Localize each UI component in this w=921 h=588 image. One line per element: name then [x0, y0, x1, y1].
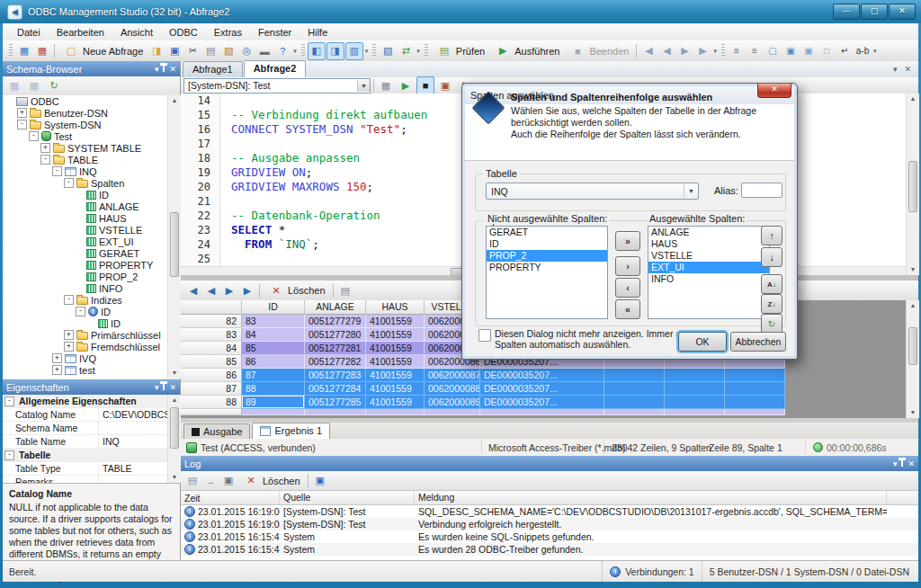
- grid-cell[interactable]: [665, 396, 725, 409]
- grid-cell[interactable]: 83: [242, 315, 305, 328]
- nav-last-icon[interactable]: ▶: [693, 42, 711, 60]
- add-system-dsn-icon[interactable]: ▦: [25, 77, 43, 95]
- log-prev-icon[interactable]: ▤: [183, 472, 201, 490]
- grid-cell[interactable]: [725, 369, 785, 382]
- window-arrow-icon[interactable]: ▧: [379, 42, 397, 60]
- snippet-icon[interactable]: ▢: [764, 42, 782, 60]
- output-tab[interactable]: Ausgabe: [183, 423, 250, 439]
- new-query-button[interactable]: ▢ Neue Abfrage: [58, 43, 148, 59]
- comment-remove-icon[interactable]: ▣: [800, 42, 818, 60]
- close-panel-icon[interactable]: ✕: [169, 65, 176, 74]
- dont-show-again-checkbox[interactable]: [478, 329, 491, 342]
- expand-icon[interactable]: +: [17, 108, 27, 118]
- list-item[interactable]: ANLAGE: [648, 227, 769, 238]
- tree-item-spalten[interactable]: -Spalten: [3, 177, 167, 189]
- open-file-icon[interactable]: ◨: [148, 42, 165, 60]
- alias-input[interactable]: [741, 183, 782, 198]
- list-item[interactable]: PROPERTY: [487, 262, 607, 273]
- log-delete-button[interactable]: ✕ Löschen: [237, 473, 305, 489]
- ab-icon[interactable]: a-b: [854, 42, 872, 60]
- expand-icon[interactable]: +: [40, 143, 50, 153]
- close-panel-icon[interactable]: ✕: [169, 383, 176, 392]
- row-number[interactable]: 88: [181, 396, 242, 409]
- log-export-icon[interactable]: →: [201, 472, 219, 490]
- log-row[interactable]: 23.01.2015 16:15:43SystemEs wurden 28 OD…: [181, 543, 918, 556]
- tree-item-vstelle[interactable]: VSTELLE: [3, 224, 167, 236]
- collapse-icon[interactable]: -: [29, 131, 39, 141]
- grid-first-icon[interactable]: ◀: [184, 281, 202, 299]
- grid-cell[interactable]: 41001559: [366, 328, 425, 342]
- copy-icon[interactable]: ▤: [201, 42, 219, 60]
- move-right-button[interactable]: ›: [615, 256, 640, 276]
- refresh-icon[interactable]: ↻: [45, 77, 63, 95]
- log-column-header[interactable]: Zeit: [181, 491, 280, 504]
- grid-cell[interactable]: [725, 396, 785, 409]
- tree-item-benutzer-dsn[interactable]: +Benutzer-DSN: [3, 107, 167, 119]
- menu-item[interactable]: Ansicht: [113, 25, 160, 40]
- grid-cell[interactable]: 41001559: [366, 382, 425, 396]
- refresh-columns-button[interactable]: ↻: [761, 314, 782, 334]
- list-item[interactable]: INFO: [648, 273, 769, 285]
- row-number[interactable]: 82: [181, 315, 242, 328]
- selected-columns-list[interactable]: ANLAGEHAUSVSTELLEEXT_UIINFO: [648, 226, 770, 319]
- close-button[interactable]: ✕: [889, 4, 916, 20]
- grid-cell[interactable]: 0062000089: [425, 396, 480, 409]
- chevron-down-icon[interactable]: ▾: [893, 459, 898, 468]
- move-down-button[interactable]: ↓: [761, 247, 782, 267]
- menu-item[interactable]: Datei: [10, 25, 48, 40]
- expand-icon[interactable]: +: [52, 353, 62, 363]
- pane-bottom-icon[interactable]: ◨: [326, 42, 344, 60]
- tree-item-test[interactable]: -Test: [3, 130, 167, 142]
- tree-scrollbar[interactable]: ▲ ▼: [167, 95, 181, 379]
- save-log-icon[interactable]: ▣: [311, 472, 329, 490]
- move-all-right-button[interactable]: »: [615, 231, 640, 251]
- dialog-close-button[interactable]: ✕: [757, 84, 791, 98]
- sort-ascending-button[interactable]: A↓: [761, 274, 782, 294]
- nav-first-icon[interactable]: ◀: [639, 42, 657, 60]
- chevron-down-icon[interactable]: ▾: [155, 383, 159, 392]
- tree-item-anlage[interactable]: ANLAGE: [3, 200, 167, 212]
- table-row[interactable]: 87880051277284410015590062000088DE000003…: [181, 382, 906, 396]
- grid-cell[interactable]: 41001559: [366, 355, 425, 369]
- grid-vscrollbar[interactable]: ▲ ▼: [906, 300, 919, 418]
- console-close-icon[interactable]: ▣: [436, 76, 454, 94]
- db-connect-icon[interactable]: ▦: [15, 42, 33, 60]
- close-panel-icon[interactable]: ✕: [908, 459, 915, 468]
- log-row[interactable]: 23.01.2015 16:19:00[System-DSN]: TestSQL…: [181, 505, 918, 518]
- list-item[interactable]: PROP_2: [487, 250, 607, 262]
- editor-tab[interactable]: Abfrage2: [244, 60, 307, 77]
- execute-button[interactable]: ▶ Ausführen: [489, 43, 564, 59]
- table-row[interactable]: 86870051277283410015590062000087DE000003…: [181, 369, 906, 382]
- list-item[interactable]: HAUS: [648, 238, 769, 250]
- save-icon[interactable]: ▣: [165, 42, 183, 60]
- grid-column-header[interactable]: ID: [242, 300, 305, 315]
- move-up-button[interactable]: ↑: [761, 226, 782, 245]
- tree-item-indizes[interactable]: -Indizes: [3, 294, 167, 306]
- grid-cell[interactable]: [604, 369, 665, 382]
- row-number[interactable]: 84: [181, 342, 242, 355]
- grid-cell[interactable]: 41001559: [366, 369, 425, 382]
- console-view-icon[interactable]: ■: [416, 76, 434, 94]
- add-user-dsn-icon[interactable]: ▦: [5, 77, 23, 95]
- grid-cell[interactable]: DE0000035207...: [480, 382, 604, 396]
- grid-cell[interactable]: [604, 396, 665, 409]
- minimize-button[interactable]: —: [833, 4, 860, 20]
- pin-icon[interactable]: [163, 66, 165, 72]
- ok-button[interactable]: OK: [678, 332, 727, 352]
- grid-cell[interactable]: 0062000087: [425, 369, 480, 382]
- nav-next-icon[interactable]: ▶: [675, 42, 693, 60]
- tree-item-ivq[interactable]: +IVQ: [3, 352, 167, 364]
- grid-cell[interactable]: 87: [242, 369, 305, 382]
- db-disconnect-icon[interactable]: ▦: [33, 42, 51, 60]
- grid-cell[interactable]: 0051277279: [305, 315, 366, 328]
- log-options-icon[interactable]: ▣: [219, 472, 237, 490]
- grid-cell[interactable]: 84: [242, 328, 305, 342]
- tree-item-id[interactable]: -ID: [3, 306, 167, 317]
- grid-cell[interactable]: 86: [242, 355, 305, 369]
- log-row[interactable]: 23.01.2015 16:19:00[System-DSN]: TestVer…: [181, 518, 918, 530]
- tree-item-fremdschl-ssel[interactable]: +Fremdschlüssel: [3, 341, 167, 352]
- goto-icon[interactable]: ↵: [836, 42, 854, 60]
- tab-list-icon[interactable]: ▾: [893, 65, 898, 74]
- pin-icon[interactable]: [163, 384, 165, 390]
- log-column-header[interactable]: Quelle: [280, 491, 415, 504]
